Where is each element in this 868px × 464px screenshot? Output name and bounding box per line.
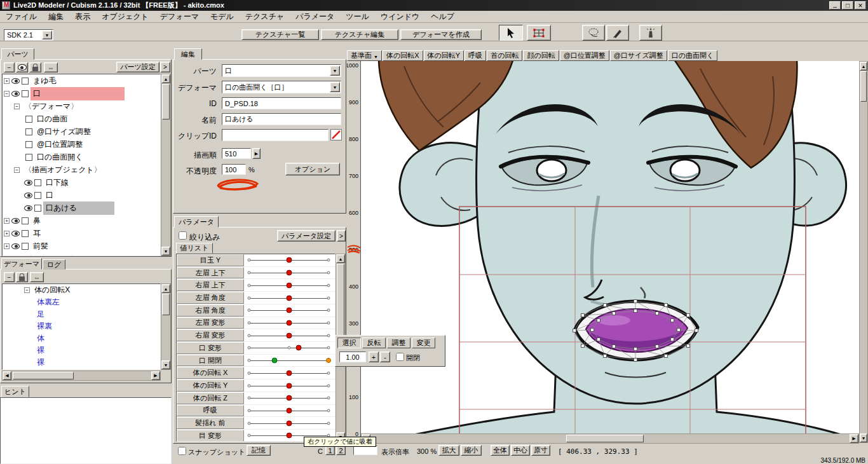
tree-row[interactable]: 裸 — [3, 345, 160, 357]
mesh-vertex[interactable] — [613, 345, 616, 348]
hint-panel-tab[interactable]: ヒント — [1, 386, 29, 397]
parameter-label[interactable]: 髪揺れ 前 — [177, 417, 244, 429]
view-tab[interactable]: @口サイズ調整 — [610, 50, 667, 61]
tree-row[interactable]: 体 — [3, 332, 160, 345]
item-box-icon[interactable] — [34, 192, 41, 199]
scroll-left-button[interactable] — [3, 371, 11, 380]
tree-item-label[interactable]: 口 — [43, 189, 56, 202]
parameter-slider[interactable] — [244, 267, 335, 279]
collapse-icon[interactable]: − — [24, 287, 30, 293]
collapse-icon[interactable]: − — [14, 104, 20, 109]
tree-item-label[interactable]: 鼻 — [31, 214, 43, 228]
increment-button[interactable]: + — [369, 351, 379, 362]
parameter-label[interactable]: 左眉 変形 — [177, 317, 244, 329]
scroll-up-button[interactable] — [336, 254, 345, 263]
expand-icon[interactable]: + — [4, 218, 10, 224]
scroll-up-button[interactable] — [161, 74, 170, 83]
slider-handle[interactable] — [286, 332, 292, 338]
options-button[interactable]: オプション — [285, 163, 340, 175]
expand-icon[interactable]: + — [4, 78, 10, 84]
parameter-slider[interactable] — [244, 392, 335, 404]
c1-button[interactable]: 1 — [325, 446, 335, 455]
menu-item[interactable]: テクスチャ — [240, 10, 290, 24]
mesh-vertex[interactable] — [665, 355, 668, 358]
mesh-vertex[interactable] — [687, 345, 690, 348]
collapse-icon[interactable]: − — [4, 91, 10, 97]
menu-item[interactable]: ヘルプ — [425, 10, 460, 24]
slider-handle[interactable] — [286, 282, 292, 288]
item-box-icon[interactable] — [22, 230, 29, 237]
dropdown-arrow-icon[interactable] — [42, 31, 52, 39]
float-flip-button[interactable]: 反転 — [362, 338, 386, 348]
spray-tool-button[interactable] — [639, 25, 662, 41]
view-tab[interactable]: 首の回転 — [487, 50, 522, 61]
parameter-slider[interactable] — [244, 304, 335, 317]
slider-handle[interactable] — [295, 345, 301, 351]
slider-handle[interactable] — [286, 257, 292, 263]
mesh-vertex[interactable] — [613, 312, 616, 315]
clip-id-field[interactable] — [222, 129, 329, 141]
view-tab[interactable]: @口位置調整 — [560, 50, 609, 61]
create-deformer-button[interactable]: デフォーマを作成 — [400, 29, 482, 40]
mesh-vertex[interactable] — [581, 345, 585, 348]
mesh-vertex[interactable] — [604, 304, 607, 307]
tree-row[interactable]: 口下線 — [3, 176, 160, 189]
parameter-slider[interactable] — [244, 342, 335, 354]
parameter-value-input[interactable] — [339, 351, 366, 362]
center-view-button[interactable]: 中心 — [511, 445, 530, 456]
tree-row[interactable]: 口 — [3, 189, 160, 201]
remember-button[interactable]: 記憶 — [247, 445, 271, 456]
item-box-icon[interactable] — [22, 78, 29, 85]
tree-row[interactable]: 口の曲面 — [3, 113, 160, 125]
tree-row[interactable]: @口位置調整 — [3, 138, 160, 151]
id-field[interactable] — [222, 97, 341, 109]
tree-item-label[interactable]: 裸裏 — [34, 320, 55, 333]
texture-edit-button[interactable]: テクスチャ編集 — [321, 29, 398, 40]
item-box-icon[interactable] — [25, 141, 32, 148]
expand-icon[interactable]: + — [4, 243, 10, 249]
scrollbar-thumb[interactable] — [162, 294, 170, 315]
deformer-tree-scrollbar[interactable] — [161, 283, 171, 370]
item-box-icon[interactable] — [25, 154, 32, 161]
parameter-panel-expand-button[interactable] — [337, 230, 346, 242]
draw-order-spinner-button[interactable] — [252, 148, 261, 159]
visibility-eye-icon[interactable] — [11, 91, 20, 97]
view-tab[interactable]: 基準面 — [347, 50, 382, 61]
scrollbar-thumb[interactable] — [162, 84, 170, 119]
tree-item-label[interactable]: 口あける — [43, 201, 114, 215]
model-canvas[interactable] — [361, 61, 859, 433]
tree-row[interactable]: 体裏左 — [3, 296, 160, 308]
parameter-label[interactable]: 体の回転 Y — [177, 379, 244, 392]
tree-row[interactable]: −〈デフォーマ〉 — [3, 100, 160, 113]
tree-item-label[interactable]: 裸 — [34, 344, 47, 357]
parameter-slider[interactable] — [244, 329, 335, 341]
snapshot-checkbox[interactable] — [178, 447, 186, 455]
visibility-eye-icon[interactable] — [11, 218, 20, 224]
close-button[interactable] — [855, 1, 866, 10]
tree-item-label[interactable]: 前髪 — [31, 240, 51, 253]
parameter-slider[interactable] — [244, 417, 335, 429]
fit-view-button[interactable]: 全体 — [491, 445, 510, 456]
collapse-icon[interactable]: − — [14, 167, 20, 173]
parameter-slider[interactable] — [244, 379, 335, 392]
parameter-panel-tab[interactable]: パラメータ — [174, 216, 219, 228]
tree-row[interactable]: +前髪 — [3, 240, 160, 252]
toggle-visibility-button[interactable] — [16, 62, 28, 72]
mesh-vertex[interactable] — [671, 338, 674, 341]
pen-tool-button[interactable] — [606, 25, 629, 41]
tree-item-label[interactable]: 耳 — [31, 227, 43, 240]
tree-item-label[interactable]: 口下線 — [43, 176, 71, 189]
menu-item[interactable]: ツール — [340, 10, 375, 24]
visibility-eye-icon[interactable] — [24, 205, 32, 211]
deformer-select[interactable]: 口の曲面開く［口］ — [222, 81, 341, 93]
visibility-eye-icon[interactable] — [24, 180, 32, 186]
tree-row[interactable]: +まゆ毛 — [3, 74, 160, 87]
tree-item-label[interactable]: 〈デフォーマ〉 — [22, 100, 81, 113]
collapse-icon[interactable]: − — [14, 256, 20, 257]
tree-item-label[interactable]: 体裏左 — [34, 296, 62, 309]
tree-row[interactable]: 足 — [3, 308, 160, 320]
dropdown-arrow-icon[interactable] — [330, 65, 340, 76]
parameter-label[interactable]: 右眉 上下 — [177, 279, 244, 291]
slider-handle[interactable] — [286, 270, 292, 276]
log-panel-tab[interactable]: ログ — [43, 259, 65, 270]
